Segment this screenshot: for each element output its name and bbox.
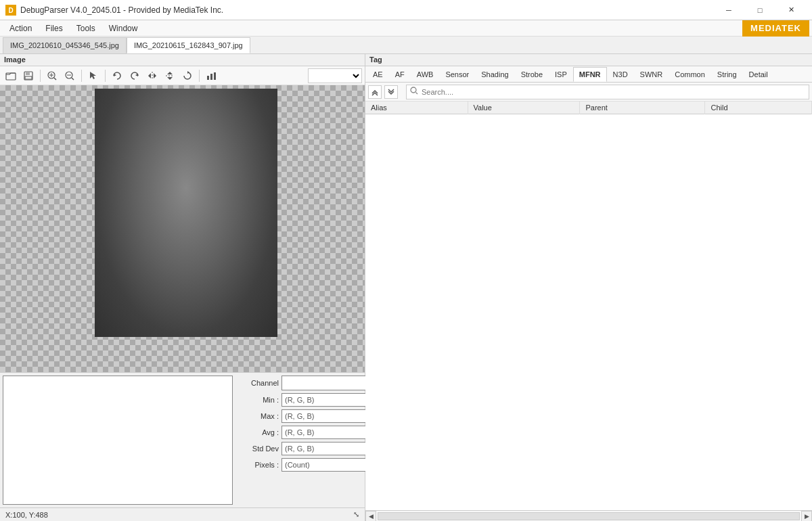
bottom-panel: Channel Min : Max : Avg : <box>0 372 365 507</box>
menu-action[interactable]: Action <box>3 22 39 35</box>
open-button[interactable] <box>3 68 19 83</box>
stddev-label: Std Dev <box>238 445 279 453</box>
max-label: Max : <box>238 412 279 420</box>
zoom-fit-button[interactable] <box>44 68 60 83</box>
channel-label: Channel <box>238 379 279 387</box>
minimize-button[interactable]: ─ <box>713 0 744 20</box>
close-button[interactable]: ✕ <box>775 0 807 20</box>
search-bar <box>365 83 812 101</box>
tag-section-label: Tag <box>365 54 812 66</box>
max-row: Max : <box>238 409 382 423</box>
scroll-left-arrow[interactable]: ◀ <box>365 511 376 522</box>
tab-isp[interactable]: ISP <box>549 67 573 82</box>
zoom-fit-icon <box>47 70 58 81</box>
tab-shading[interactable]: Shading <box>475 67 514 82</box>
svg-marker-13 <box>114 74 116 76</box>
pointer-icon <box>88 70 99 81</box>
toolbar-sep-3 <box>105 70 106 82</box>
tag-scrollbar: ◀ ▶ <box>365 510 812 521</box>
search-wrapper <box>406 85 809 99</box>
app-icon: D <box>5 5 16 16</box>
save-button[interactable] <box>20 68 37 83</box>
tab-af[interactable]: AF <box>389 67 411 82</box>
reset-icon <box>182 70 193 81</box>
image-display <box>95 89 277 337</box>
search-input[interactable] <box>406 85 809 99</box>
reset-button[interactable] <box>179 68 196 83</box>
svg-rect-4 <box>26 72 30 75</box>
tag-tabs: AE AF AWB Sensor Shading Strobe ISP MFNR… <box>365 66 812 83</box>
avg-row: Avg : <box>238 426 382 439</box>
titlebar-left: D DebugParser V4.0_2045.01 - Provided by… <box>5 5 223 16</box>
tab-n3d[interactable]: N3D <box>607 67 634 82</box>
svg-rect-22 <box>207 76 209 80</box>
menu-tools[interactable]: Tools <box>70 22 102 35</box>
file-tab-label-1: IMG_20210615_162843_907.jpg <box>134 41 243 49</box>
tab-mfnr[interactable]: MFNR <box>573 67 607 82</box>
rotate-right-button[interactable] <box>127 68 143 83</box>
min-row: Min : <box>238 393 382 407</box>
svg-marker-16 <box>148 73 151 78</box>
expand-down-button[interactable] <box>384 85 398 99</box>
search-icon <box>410 87 418 97</box>
file-tabbar: IMG_20210610_045346_545.jpg IMG_20210615… <box>0 37 812 54</box>
flip-h-icon <box>147 70 158 81</box>
image-canvas[interactable] <box>0 85 365 372</box>
pixels-row: Pixels : <box>238 458 382 472</box>
titlebar: D DebugParser V4.0_2045.01 - Provided by… <box>0 0 812 20</box>
tab-ae[interactable]: AE <box>367 67 389 82</box>
flip-h-button[interactable] <box>144 68 160 83</box>
scroll-right-arrow[interactable]: ▶ <box>801 511 812 522</box>
file-tab-1[interactable]: IMG_20210615_162843_907.jpg <box>127 37 250 53</box>
tag-table-container: Alias Value Parent Child <box>365 101 812 510</box>
toolbar-sep-4 <box>199 70 200 82</box>
view-dropdown[interactable] <box>308 68 362 83</box>
col-alias: Alias <box>365 101 468 114</box>
rotate-left-icon <box>112 70 122 81</box>
tab-sensor[interactable]: Sensor <box>439 67 475 82</box>
svg-point-25 <box>411 87 416 93</box>
channel-row: Channel <box>238 376 382 390</box>
svg-marker-19 <box>167 72 173 74</box>
chart-button[interactable] <box>203 68 219 83</box>
col-parent: Parent <box>580 101 705 114</box>
stddev-row: Std Dev <box>238 442 382 455</box>
scroll-track[interactable] <box>378 512 800 520</box>
expand-up-button[interactable] <box>368 85 382 99</box>
svg-line-26 <box>416 93 418 95</box>
zoom-in-icon <box>64 70 75 81</box>
file-tab-0[interactable]: IMG_20210610_045346_545.jpg <box>3 37 127 53</box>
menu-files[interactable]: Files <box>39 22 69 35</box>
tab-string[interactable]: String <box>711 67 743 82</box>
svg-marker-20 <box>167 77 173 80</box>
svg-marker-17 <box>154 73 156 78</box>
svg-rect-24 <box>214 72 216 80</box>
tab-common[interactable]: Common <box>669 67 711 82</box>
window-controls: ─ □ ✕ <box>713 0 807 20</box>
app-title: DebugParser V4.0_2045.01 - Provided by M… <box>20 5 223 15</box>
svg-text:D: D <box>8 7 13 14</box>
tab-detail[interactable]: Detail <box>743 67 774 82</box>
mediatek-logo: MEDIATEK <box>742 20 809 37</box>
svg-line-7 <box>54 78 56 80</box>
flip-v-button[interactable] <box>162 68 178 83</box>
tab-swnr[interactable]: SWNR <box>634 67 669 82</box>
thumbnail-canvas <box>3 376 233 505</box>
left-panel: Image <box>0 54 365 521</box>
zoom-in-button[interactable] <box>62 68 78 83</box>
tab-strobe[interactable]: Strobe <box>515 67 549 82</box>
pointer-button[interactable] <box>85 68 102 83</box>
stats-panel: Channel Min : Max : Avg : <box>235 373 384 507</box>
svg-line-11 <box>72 78 74 80</box>
tab-awb[interactable]: AWB <box>411 67 440 82</box>
tag-table: Alias Value Parent Child <box>365 101 812 114</box>
coordinates-display: X:100, Y:488 <box>5 511 48 519</box>
svg-rect-5 <box>25 76 32 79</box>
menu-window[interactable]: Window <box>102 22 145 35</box>
rotate-left-button[interactable] <box>109 68 125 83</box>
maximize-button[interactable]: □ <box>744 0 775 20</box>
rotate-right-icon <box>129 70 140 81</box>
pixels-label: Pixels : <box>238 461 279 469</box>
image-section-label: Image <box>0 54 365 66</box>
svg-marker-14 <box>135 74 138 76</box>
